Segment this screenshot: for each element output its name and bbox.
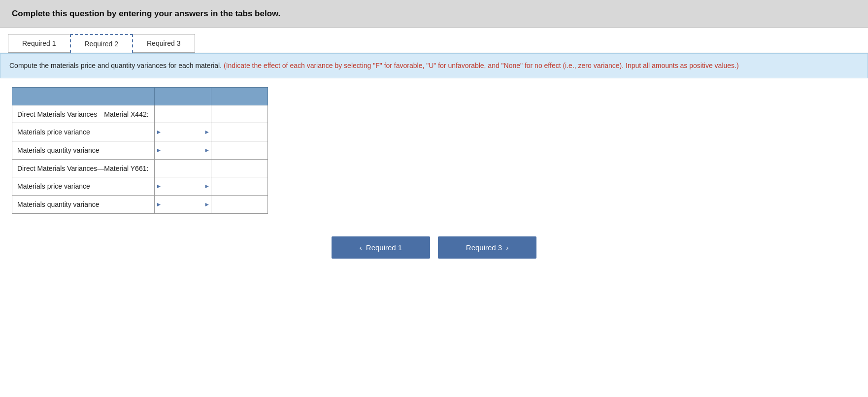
row-col1-x442: [155, 105, 211, 123]
instruction-highlighted: (Indicate the effect of each variance by…: [224, 62, 739, 69]
instruction-main: Compute the materials price and quantity…: [9, 62, 224, 69]
row-col1-y661-price[interactable]: ► ►: [155, 177, 211, 196]
row-col1-y661: [155, 160, 211, 177]
input-y661-price-type[interactable]: [211, 177, 267, 195]
nav-buttons: ‹ Required 1 Required 3 ›: [0, 236, 868, 259]
prev-button[interactable]: ‹ Required 1: [332, 236, 430, 259]
instruction-box: Compute the materials price and quantity…: [0, 53, 868, 78]
row-label-y661-qty: Materials quantity variance: [12, 196, 155, 214]
row-label-x442-price: Materials price variance: [12, 123, 155, 141]
table-row: Materials quantity variance ► ►: [12, 196, 268, 214]
row-col1-y661-qty[interactable]: ► ►: [155, 196, 211, 214]
input-y661-qty-amount[interactable]: [155, 196, 211, 213]
input-x442-qty-amount[interactable]: [155, 141, 211, 159]
content-area: Direct Materials Variances—Material X442…: [0, 78, 868, 223]
page-title: Complete this question by entering your …: [12, 9, 856, 19]
row-col2-y661-price[interactable]: [211, 177, 268, 196]
row-col1-x442-qty[interactable]: ► ►: [155, 141, 211, 160]
table-row: Direct Materials Variances—Material X442…: [12, 105, 268, 123]
row-col2-y661-qty[interactable]: [211, 196, 268, 214]
input-y661-qty-type[interactable]: [211, 196, 267, 213]
tab-required-3[interactable]: Required 3: [133, 34, 195, 53]
table-row: Materials price variance ► ►: [12, 123, 268, 141]
row-col2-y661: [211, 160, 268, 177]
tabs-container: Required 1 Required 2 Required 3: [0, 28, 868, 53]
tab-required-2[interactable]: Required 2: [70, 34, 134, 53]
next-button[interactable]: Required 3 ›: [438, 236, 536, 259]
row-label-y661: Direct Materials Variances—Material Y661…: [12, 160, 155, 177]
row-label-y661-price: Materials price variance: [12, 177, 155, 196]
data-table: Direct Materials Variances—Material X442…: [12, 87, 268, 214]
row-col1-x442-price[interactable]: ► ►: [155, 123, 211, 141]
row-col2-x442: [211, 105, 268, 123]
col-header-label: [12, 88, 155, 105]
prev-arrow-icon: ‹: [360, 243, 362, 252]
input-x442-qty-type[interactable]: [211, 141, 267, 159]
tab-required-1[interactable]: Required 1: [8, 34, 70, 53]
row-col2-x442-qty[interactable]: [211, 141, 268, 160]
input-x442-price-amount[interactable]: [155, 123, 211, 141]
next-button-label: Required 3: [466, 243, 502, 252]
input-x442-price-type[interactable]: [211, 123, 267, 141]
input-y661-price-amount[interactable]: [155, 177, 211, 195]
row-label-x442: Direct Materials Variances—Material X442…: [12, 105, 155, 123]
prev-button-label: Required 1: [366, 243, 402, 252]
table-row: Materials price variance ► ►: [12, 177, 268, 196]
col-header-1: [155, 88, 211, 105]
table-row: Materials quantity variance ► ►: [12, 141, 268, 160]
col-header-2: [211, 88, 268, 105]
table-row: Direct Materials Variances—Material Y661…: [12, 160, 268, 177]
row-col2-x442-price[interactable]: [211, 123, 268, 141]
row-label-x442-qty: Materials quantity variance: [12, 141, 155, 160]
next-arrow-icon: ›: [506, 243, 508, 252]
header-bar: Complete this question by entering your …: [0, 0, 868, 28]
